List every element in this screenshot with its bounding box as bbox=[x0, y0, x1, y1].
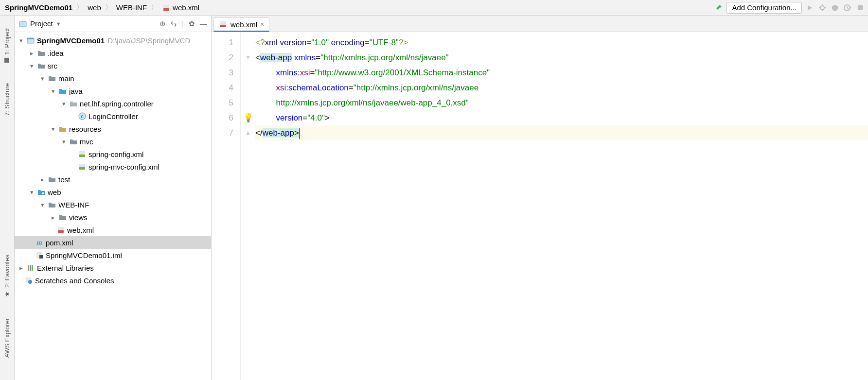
tree-label: main bbox=[58, 74, 74, 83]
editor-tab-webxml[interactable]: web.xml × bbox=[213, 17, 269, 32]
iml-file-icon bbox=[35, 251, 44, 259]
tree-label: views bbox=[69, 213, 88, 222]
web-folder-icon bbox=[37, 188, 46, 196]
debug-icon[interactable] bbox=[817, 3, 827, 13]
tool-project[interactable]: 1: Project bbox=[2, 25, 12, 66]
tree-node-test[interactable]: test bbox=[15, 173, 211, 186]
expand-toggle[interactable] bbox=[28, 50, 35, 57]
run-icon[interactable] bbox=[805, 3, 815, 13]
expand-toggle[interactable] bbox=[39, 75, 46, 82]
locate-icon[interactable]: ⊕ bbox=[159, 19, 166, 28]
svg-rect-24 bbox=[30, 265, 31, 271]
tree-node-webinf[interactable]: WEB-INF bbox=[15, 198, 211, 211]
tree-node-web[interactable]: web bbox=[15, 186, 211, 198]
tool-structure[interactable]: 7: Structure bbox=[2, 80, 12, 119]
gutter-icon-column: 💡 bbox=[241, 32, 255, 380]
expand-all-icon[interactable]: ⇆ bbox=[171, 19, 177, 28]
tree-label: test bbox=[58, 175, 70, 184]
tree-node-resources[interactable]: resources bbox=[15, 122, 211, 135]
chevron-right-icon: 〉 bbox=[76, 3, 84, 12]
maven-icon: m bbox=[35, 238, 44, 247]
tree-node-extlib[interactable]: External Libraries bbox=[15, 261, 211, 274]
svg-rect-15 bbox=[79, 155, 85, 157]
scratches-icon bbox=[24, 276, 33, 285]
code-content[interactable]: <?xml version="1.0" encoding="UTF-8"?> <… bbox=[255, 32, 868, 380]
stop-icon[interactable] bbox=[855, 3, 865, 13]
module-icon bbox=[26, 36, 35, 45]
add-configuration-label: Add Configuration... bbox=[732, 3, 797, 12]
line-number: 5 bbox=[212, 95, 233, 110]
tree-root[interactable]: SpringMVCDemo01D:\java\JSP\SpringMVCD bbox=[15, 34, 211, 47]
build-hammer-icon[interactable] bbox=[714, 3, 724, 13]
tree-node-xml2[interactable]: spring-mvc-config.xml bbox=[15, 160, 211, 173]
hide-icon[interactable]: — bbox=[200, 19, 207, 28]
settings-gear-icon[interactable]: ✿ bbox=[189, 19, 195, 28]
tree-node-pom[interactable]: m pom.xml bbox=[15, 236, 211, 249]
tree-node-scratches[interactable]: Scratches and Consoles bbox=[15, 274, 211, 287]
xml-file-icon bbox=[219, 20, 228, 29]
tree-label: mvc bbox=[80, 138, 93, 146]
expand-toggle[interactable] bbox=[60, 100, 67, 107]
fold-marker-icon[interactable] bbox=[246, 56, 250, 60]
tree-node-main[interactable]: main bbox=[15, 72, 211, 85]
tool-aws-explorer[interactable]: AWS Explorer bbox=[2, 315, 12, 361]
expand-toggle[interactable] bbox=[50, 214, 56, 221]
expand-toggle[interactable] bbox=[18, 264, 24, 272]
svg-rect-25 bbox=[32, 265, 33, 271]
breadcrumb-item[interactable]: web bbox=[86, 2, 103, 13]
tool-label: 7: Structure bbox=[3, 83, 11, 116]
tree-label: SpringMVCDemo01.iml bbox=[46, 251, 122, 259]
breadcrumb-item[interactable]: WEB-INF bbox=[114, 2, 149, 13]
navigation-bar: SpringMVCDemo01 〉 web 〉 WEB-INF 〉 web.xm… bbox=[0, 0, 868, 16]
add-configuration-button[interactable]: Add Configuration... bbox=[726, 2, 802, 14]
resources-folder-icon bbox=[58, 124, 67, 133]
folder-icon bbox=[37, 49, 46, 57]
tree-node-java[interactable]: java bbox=[15, 85, 211, 97]
tree-node-mvc[interactable]: mvc bbox=[15, 135, 211, 148]
folder-icon bbox=[69, 137, 78, 146]
tool-favorites[interactable]: ★2: Favorites bbox=[2, 252, 12, 301]
svg-rect-29 bbox=[220, 25, 226, 27]
text-cursor bbox=[299, 128, 300, 139]
expand-toggle[interactable] bbox=[50, 125, 56, 133]
breadcrumb-item[interactable]: web.xml bbox=[160, 2, 201, 13]
expand-toggle[interactable] bbox=[28, 62, 35, 69]
intention-bulb-icon[interactable]: 💡 bbox=[243, 110, 253, 125]
breadcrumb-item[interactable]: SpringMVCDemo01 bbox=[3, 2, 74, 13]
breadcrumb-label: web bbox=[88, 3, 101, 12]
tree-node-src[interactable]: src bbox=[15, 59, 211, 72]
tree-label: spring-mvc-config.xml bbox=[89, 163, 159, 171]
project-view-selector[interactable]: Project ▼ bbox=[18, 19, 157, 28]
expand-toggle[interactable] bbox=[28, 189, 35, 196]
tree-node-class[interactable]: c LoginController bbox=[15, 110, 211, 122]
expand-toggle[interactable] bbox=[60, 138, 67, 145]
svg-rect-17 bbox=[79, 167, 85, 170]
chevron-down-icon: ▼ bbox=[56, 21, 61, 27]
tree-node-xml1[interactable]: spring-config.xml bbox=[15, 148, 211, 160]
run-with-coverage-icon[interactable] bbox=[830, 3, 840, 13]
java-class-icon: c bbox=[78, 112, 87, 121]
chevron-right-icon: 〉 bbox=[105, 3, 112, 12]
expand-toggle[interactable] bbox=[18, 37, 24, 44]
tab-close-icon[interactable]: × bbox=[260, 20, 264, 28]
expand-toggle[interactable] bbox=[39, 176, 46, 183]
tree-node-webxml[interactable]: web.xml bbox=[15, 224, 211, 236]
xml-file-icon bbox=[162, 3, 171, 12]
tree-node-idea[interactable]: .idea bbox=[15, 47, 211, 59]
expand-toggle[interactable] bbox=[50, 87, 56, 95]
code-editor[interactable]: 1 2 3 4 5 6 7 💡 <?xml version="1.0" enco… bbox=[212, 32, 868, 380]
svg-rect-1 bbox=[163, 8, 169, 11]
project-tree[interactable]: SpringMVCDemo01D:\java\JSP\SpringMVCD .i… bbox=[15, 32, 211, 380]
svg-rect-11 bbox=[27, 38, 34, 39]
project-tool-window: Project ▼ ⊕ ⇆ | ✿ — SpringMVCDemo01D:\ja… bbox=[15, 16, 212, 380]
tree-node-iml[interactable]: SpringMVCDemo01.iml bbox=[15, 249, 211, 261]
tree-node-package[interactable]: net.lhf.spring.controller bbox=[15, 97, 211, 110]
tree-node-views[interactable]: views bbox=[15, 211, 211, 224]
svg-point-18 bbox=[41, 192, 44, 195]
expand-toggle[interactable] bbox=[39, 201, 46, 208]
fold-marker-icon[interactable] bbox=[246, 131, 250, 135]
svg-rect-9 bbox=[19, 21, 26, 27]
tool-label: 2: Favorites bbox=[3, 255, 11, 288]
profile-icon[interactable]: ▾ bbox=[843, 3, 852, 13]
tree-label: .idea bbox=[48, 49, 64, 57]
